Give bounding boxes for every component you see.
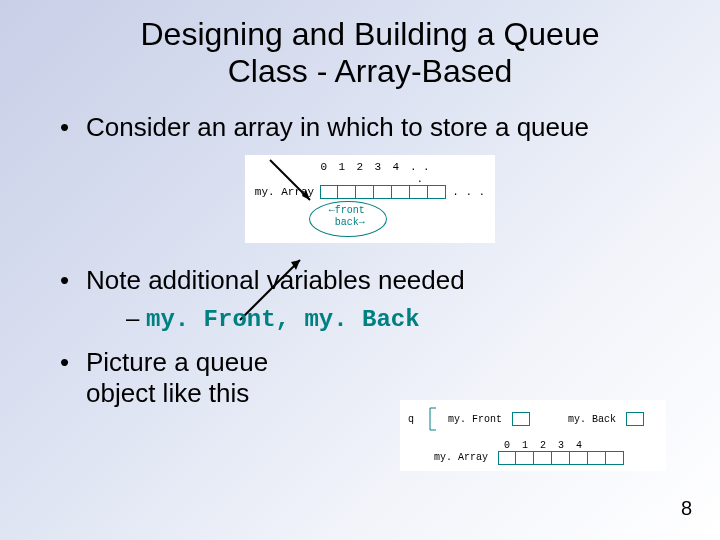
back-box	[626, 412, 644, 426]
sub-bullet: my. Front, my. Back	[126, 304, 680, 335]
array-cell	[534, 451, 552, 465]
q-index: 0	[498, 440, 516, 451]
q-array-block: 0 1 2 3 4	[494, 440, 624, 465]
array-cell	[356, 185, 374, 199]
title-line-2: Class - Array-Based	[228, 53, 513, 89]
front-label: front	[335, 205, 365, 216]
q-row-2: my. Array 0 1 2 3 4	[408, 440, 658, 465]
bracket-icon	[428, 406, 438, 432]
page-number: 8	[681, 497, 692, 520]
code-text: my. Front, my. Back	[146, 306, 420, 333]
q-index: 4	[570, 440, 588, 451]
queue-object-diagram: q my. Front my. Back my. Array 0 1 2 3 4	[400, 400, 666, 471]
q-index: 1	[516, 440, 534, 451]
index-4: 4	[387, 161, 405, 185]
back-label: back	[335, 217, 359, 228]
index-0: 0	[315, 161, 333, 185]
array-cell	[516, 451, 534, 465]
array-cell	[498, 451, 516, 465]
index-1: 1	[333, 161, 351, 185]
bullet-3: Picture a queue object like this	[60, 347, 386, 409]
array-diagram-1: 0 1 2 3 4 . . . my. Array . . .	[60, 155, 680, 243]
index-3: 3	[369, 161, 387, 185]
sub-bullet-list: my. Front, my. Back	[126, 304, 680, 335]
array-cell	[410, 185, 428, 199]
array-cell	[552, 451, 570, 465]
front-back-group: ←front back→	[315, 203, 405, 237]
index-2: 2	[351, 161, 369, 185]
array-cell	[570, 451, 588, 465]
array-cell	[320, 185, 338, 199]
bullet-3-line-1: Picture a queue	[86, 347, 268, 377]
front-field-label: my. Front	[448, 414, 502, 425]
bullet-1: Consider an array in which to store a qu…	[60, 112, 680, 143]
title-line-1: Designing and Building a Queue	[141, 16, 600, 52]
index-ellipsis: . . .	[405, 161, 435, 185]
q-array-label: my. Array	[434, 452, 488, 463]
slide-title: Designing and Building a Queue Class - A…	[60, 16, 680, 90]
q-label: q	[408, 414, 414, 425]
slide: Designing and Building a Queue Class - A…	[0, 0, 720, 540]
bullet-list: Consider an array in which to store a qu…	[60, 112, 680, 143]
array-cell	[606, 451, 624, 465]
front-box	[512, 412, 530, 426]
q-index-row: 0 1 2 3 4	[498, 440, 624, 451]
array-cell	[588, 451, 606, 465]
array-cells	[320, 185, 446, 199]
array-row: my. Array . . .	[255, 185, 485, 199]
array-dots: . . .	[452, 186, 485, 198]
bullet-2-text: Note additional variables needed	[86, 265, 465, 295]
q-index: 3	[552, 440, 570, 451]
q-array-cells	[498, 451, 624, 465]
array-label: my. Array	[255, 186, 314, 198]
index-row: 0 1 2 3 4 . . .	[315, 161, 485, 185]
diagram-box: 0 1 2 3 4 . . . my. Array . . .	[245, 155, 495, 243]
array-cell	[392, 185, 410, 199]
array-cell	[374, 185, 392, 199]
bullet-2: Note additional variables needed my. Fro…	[60, 265, 680, 335]
q-row-1: q my. Front my. Back	[408, 406, 658, 432]
q-index: 2	[534, 440, 552, 451]
front-back-text: ←front back→	[329, 205, 365, 229]
back-field-label: my. Back	[568, 414, 616, 425]
bullet-list-2: Note additional variables needed my. Fro…	[60, 265, 680, 409]
array-cell	[338, 185, 356, 199]
bullet-3-line-2: object like this	[86, 378, 249, 408]
array-cell	[428, 185, 446, 199]
